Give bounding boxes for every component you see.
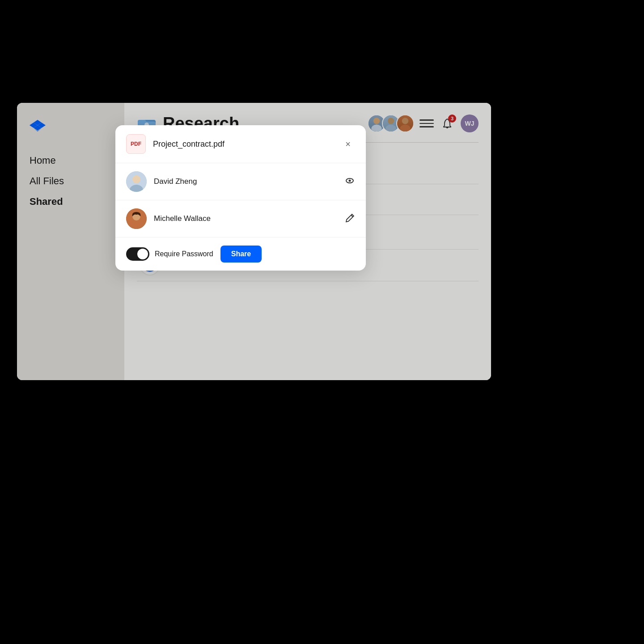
toggle-knob [137,249,148,259]
modal-pdf-icon: PDF [126,134,146,154]
modal-user-row-david: David Zheng [115,163,366,200]
svg-point-19 [349,179,351,182]
user-avatar-michelle [126,208,147,229]
modal-footer: Require Password Share [115,237,366,271]
user-name-michelle: Michelle Wallace [154,214,338,223]
modal-header: PDF Project_contract.pdf × [115,125,366,163]
require-password-toggle[interactable] [126,247,149,261]
view-permission-icon[interactable] [344,175,355,188]
share-button[interactable]: Share [220,246,262,263]
password-toggle-container: Require Password [126,247,213,261]
modal-file-name: Project_contract.pdf [153,140,334,149]
app-window: Home All Files Shared Research [17,103,491,380]
modal-overlay: PDF Project_contract.pdf × David Zheng [17,103,491,380]
edit-permission-icon[interactable] [345,213,355,225]
svg-point-16 [132,175,140,183]
modal-user-row-michelle: Michelle Wallace [115,200,366,237]
modal-close-button[interactable]: × [341,137,355,151]
share-modal: PDF Project_contract.pdf × David Zheng [115,125,366,271]
require-password-label: Require Password [155,250,213,258]
user-avatar-david [126,171,147,192]
modal-pdf-label: PDF [131,141,141,147]
user-name-david: David Zheng [154,177,337,186]
